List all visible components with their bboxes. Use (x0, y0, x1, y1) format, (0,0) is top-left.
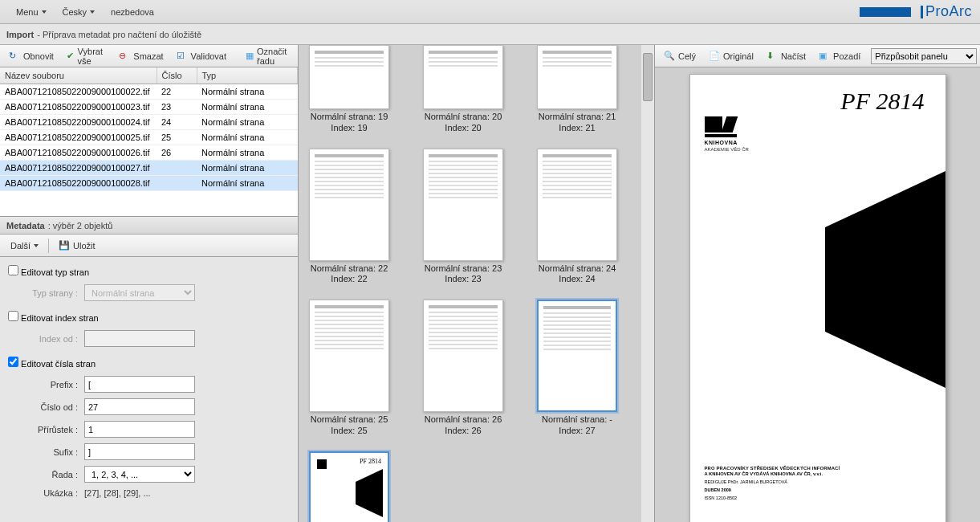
thumbnail[interactable]: Normální strana: 21Index: 21 (533, 45, 621, 134)
thumbnail[interactable]: Normální strana: 25Index: 25 (305, 300, 393, 437)
zoom-fit-select[interactable]: Přizpůsobit panelu (871, 48, 977, 64)
table-row[interactable]: ABA007121085022009000100028.tifNormální … (0, 176, 298, 191)
preview-viewport[interactable]: PF 2814 KNIHOVNA AKADEMIE VĚD ČR PRO PRA… (655, 67, 980, 522)
edit-numbers-checkbox[interactable] (8, 357, 18, 367)
number-from-input[interactable] (84, 398, 195, 415)
table-row[interactable]: ABA007121085022009000100024.tif24Normáln… (0, 115, 298, 130)
thumbnail[interactable]: Normální strana: 19Index: 19 (305, 45, 393, 134)
preview-pf-title: PF 2814 (840, 88, 924, 115)
type-label: Typ strany : (8, 288, 84, 298)
page-title: Import- Příprava metadat pro načtení do … (0, 24, 980, 45)
menu-button[interactable]: Menu (8, 4, 55, 20)
sufix-label: Sufix : (8, 447, 84, 457)
original-button[interactable]: 📄Originál (703, 48, 759, 64)
next-button[interactable]: Další (5, 239, 44, 253)
thumbnail-caption-page: Normální strana: 22 (311, 263, 388, 275)
chevron-down-icon (90, 10, 95, 14)
thumbnail-page (537, 45, 617, 109)
top-menubar: Menu Česky nezbedova ProArc (0, 0, 980, 24)
language-button[interactable]: Česky (55, 4, 104, 20)
minus-circle-icon: ⊖ (119, 51, 130, 62)
col-filename[interactable]: Název souboru (0, 67, 157, 84)
mark-row-button[interactable]: ▦Označit řadu (240, 44, 295, 68)
thumbnail-caption-page: Normální strana: 19 (311, 112, 388, 123)
increment-input[interactable] (84, 421, 195, 438)
series-select[interactable]: 1, 2, 3, 4, ... (84, 466, 195, 483)
table-row[interactable]: ABA007121085022009000100025.tif25Normáln… (0, 130, 298, 145)
save-icon: 💾 (59, 240, 70, 251)
preview-footer: PRO PRACOVNÍKY STŘEDISEK VĚDECKÝCH INFOR… (705, 466, 931, 500)
select-icon: ▦ (246, 51, 254, 62)
save-button[interactable]: 💾Uložit (53, 238, 101, 254)
col-number[interactable]: Číslo (157, 67, 197, 84)
full-button[interactable]: 🔍Celý (658, 48, 701, 64)
brand-logo-rect (860, 7, 911, 17)
thumbnail-caption-index: Index: 23 (445, 274, 481, 285)
preview-panel: 🔍Celý 📄Originál ⬇Načíst ▣Pozadí Přizpůso… (655, 45, 980, 522)
edit-type-checkbox[interactable] (8, 265, 18, 275)
thumbnail-page (309, 45, 389, 109)
table-row[interactable]: ABA007121085022009000100027.tifNormální … (0, 161, 298, 176)
edit-index-checkbox[interactable] (8, 311, 18, 321)
thumbnail-caption-index: Index: 25 (331, 426, 367, 437)
thumbnail-caption-page: Normální strana: 24 (539, 263, 616, 275)
table-row[interactable]: ABA007121085022009000100026.tif26Normáln… (0, 145, 298, 161)
vertical-scrollbar[interactable] (641, 45, 654, 522)
chevron-down-icon (42, 10, 47, 14)
preview-page: PF 2814 KNIHOVNA AKADEMIE VĚD ČR PRO PRA… (689, 74, 946, 522)
thumbnail-page (423, 300, 503, 412)
thumbnails-scroll[interactable]: Normální strana: 19Index: 19Normální str… (299, 45, 654, 522)
page-icon: 📄 (709, 51, 720, 62)
thumbnail-caption-index: Index: 20 (445, 123, 481, 134)
refresh-button[interactable]: ↻Obnovit (3, 48, 59, 64)
edit-index-checkbox-row: Editovat index stran (8, 311, 290, 323)
user-label[interactable]: nezbedova (103, 4, 162, 20)
edit-numbers-checkbox-row: Editovat čísla stran (8, 357, 290, 369)
files-table: Název souboru Číslo Typ ABA0071210850220… (0, 67, 298, 191)
load-button[interactable]: ⬇Načíst (761, 48, 811, 64)
thumbnail[interactable]: Normální strana: 24Index: 24 (533, 149, 621, 286)
refresh-icon: ↻ (9, 51, 20, 62)
series-label: Řada : (8, 470, 84, 479)
thumbnail-page: PF 2814 (309, 451, 389, 523)
thumbnail-caption-index: Index: 27 (559, 426, 595, 437)
thumbnail-caption-page: Normální strana: 21 (539, 112, 616, 123)
thumbnail-caption-index: Index: 19 (331, 123, 367, 134)
thumbnail[interactable]: Normální strana: -Index: 27 (533, 300, 621, 437)
scrollbar-thumb[interactable] (643, 53, 653, 101)
thumbnail-page (423, 149, 503, 261)
thumbnail-caption-page: Normální strana: - (542, 414, 612, 426)
number-from-label: Číslo od : (8, 402, 84, 412)
thumbnails-panel: Normální strana: 19Index: 19Normální str… (298, 45, 655, 522)
thumbnail[interactable]: Normální strana: 22Index: 22 (305, 149, 393, 286)
preview-graphic (801, 171, 945, 388)
validate-button[interactable]: ☑Validovat (171, 48, 232, 64)
background-button[interactable]: ▣Pozadí (813, 48, 866, 64)
thumbnail[interactable]: Normální strana: 26Index: 26 (419, 300, 507, 437)
thumbnail-page (537, 149, 617, 261)
thumbnail-page (309, 300, 389, 412)
table-row[interactable]: ABA007121085022009000100023.tif23Normáln… (0, 100, 298, 115)
thumbnail[interactable]: Normální strana: 23Index: 23 (419, 149, 507, 286)
knihovna-logo: KNIHOVNA AKADEMIE VĚD ČR (705, 116, 931, 152)
thumbnail-page (309, 149, 389, 261)
table-row[interactable]: ABA007121085022009000100022.tif22Normáln… (0, 84, 298, 100)
metadata-header: Metadata: výběr 2 objektů (0, 217, 298, 234)
thumbnail[interactable]: Normální strana: 20Index: 20 (419, 45, 507, 134)
svg-marker-0 (356, 469, 383, 517)
col-type[interactable]: Typ (197, 67, 298, 84)
sufix-input[interactable] (84, 443, 195, 460)
thumbnail[interactable]: PF 2814Normální strana: -Index: 28 (305, 451, 393, 523)
brand: ProArc (860, 3, 972, 20)
preview-toolbar: 🔍Celý 📄Originál ⬇Načíst ▣Pozadí Přizpůso… (655, 45, 980, 67)
brand-divider-icon (921, 6, 923, 18)
thumbnail-caption-index: Index: 24 (559, 274, 595, 285)
metadata-toolbar: Další 💾Uložit (0, 234, 298, 257)
prefix-input[interactable] (84, 376, 195, 393)
delete-button[interactable]: ⊖Smazat (113, 48, 169, 64)
left-toolbar: ↻Obnovit ✔Vybrat vše ⊖Smazat ☑Validovat … (0, 45, 298, 67)
files-table-wrap[interactable]: Název souboru Číslo Typ ABA0071210850220… (0, 67, 298, 217)
validate-icon: ☑ (177, 51, 188, 62)
page-type-select: Normální strana (84, 284, 195, 301)
select-all-button[interactable]: ✔Vybrat vše (61, 44, 112, 68)
